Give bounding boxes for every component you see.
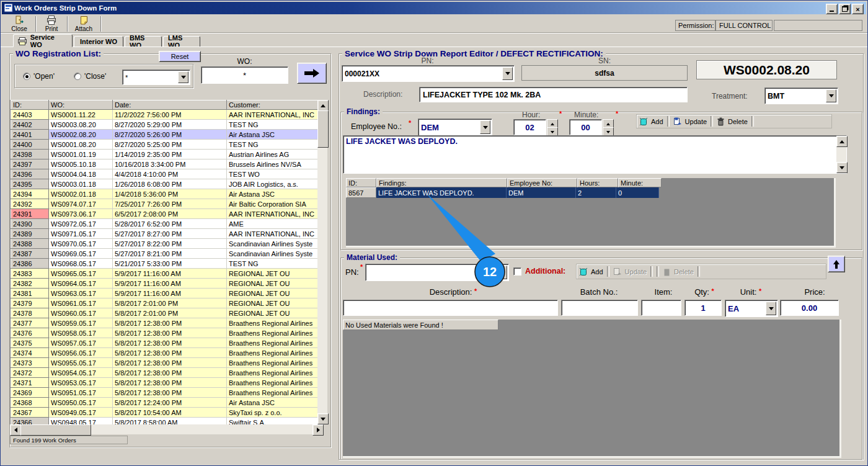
radio-close[interactable] <box>74 73 81 80</box>
customer-filter-dropdown[interactable] <box>178 71 188 83</box>
vscroll-thumb[interactable] <box>317 110 329 148</box>
reset-button[interactable]: Reset <box>159 51 201 62</box>
tab-bms-wo[interactable]: BMS WO <box>125 36 162 47</box>
close-window-button[interactable]: × <box>852 4 864 14</box>
findings-add-button[interactable]: Add <box>639 117 663 126</box>
callout-number: 12 <box>483 265 497 279</box>
employee-no-combo[interactable]: DEM <box>418 119 492 136</box>
table-row[interactable]: 24387WS0969.05.175/27/2017 8:21:00 PMSca… <box>11 249 318 259</box>
table-row[interactable]: 24389WS0971.05.175/27/2017 8:27:00 PMAAR… <box>11 229 318 239</box>
col-id[interactable]: ID: <box>11 101 49 110</box>
findings-update-button[interactable]: Update <box>673 117 707 126</box>
findings-delete-button[interactable]: Delete <box>717 117 748 126</box>
findings-text-scrollbar[interactable] <box>836 136 846 173</box>
cell-date: 5/27/2017 8:22:00 PM <box>113 239 227 249</box>
col-date[interactable]: Date: <box>113 101 227 110</box>
minimize-button[interactable] <box>826 4 838 14</box>
permission-value-box: FULL CONTROL <box>715 20 773 31</box>
wo-filter-input[interactable]: * <box>201 66 288 84</box>
cell-wo: WS0965.05.17 <box>49 269 113 279</box>
triangle-right-icon <box>317 428 322 432</box>
add-icon <box>579 267 588 276</box>
table-row[interactable]: 24372WS0954.05.175/8/2017 12:38:00 PMBra… <box>11 368 318 378</box>
table-row[interactable]: 24394WS0002.01.181/4/2018 5:36:00 PMAir … <box>11 189 318 199</box>
table-row[interactable]: 24398WS0001.01.191/14/2019 2:35:00 PMAus… <box>11 150 318 159</box>
table-row[interactable]: 24382WS0964.05.175/9/2017 11:16:00 AMREG… <box>11 279 318 289</box>
wo-table-vscrollbar[interactable] <box>317 100 327 424</box>
price-input[interactable]: 0.00 <box>780 300 839 316</box>
cell-wo: WS0970.05.17 <box>49 239 113 249</box>
treatment-combo[interactable]: BMT <box>764 87 838 104</box>
table-row[interactable]: 24375WS0957.05.175/8/2017 12:38:00 PMBra… <box>11 338 318 348</box>
close-form-button[interactable]: Close <box>6 16 33 32</box>
radio-open[interactable] <box>23 73 30 80</box>
tab-lms-wo[interactable]: LMS WO <box>163 36 200 47</box>
table-row[interactable]: 24395WS0003.01.181/26/2018 6:08:00 PMJOB… <box>11 179 318 189</box>
material-description-input[interactable] <box>343 300 558 316</box>
unit-combo[interactable]: EA <box>725 300 778 317</box>
scroll-up-button[interactable] <box>836 136 848 147</box>
minute-input[interactable]: 00 <box>569 119 602 135</box>
item-input[interactable] <box>641 300 681 316</box>
scroll-down-button[interactable] <box>836 162 848 173</box>
material-update-button-disabled[interactable]: Update <box>613 267 647 276</box>
scroll-right-button[interactable] <box>312 424 324 436</box>
scroll-down-button[interactable] <box>317 413 329 424</box>
tab-interior-wo[interactable]: Interior WO <box>74 36 123 47</box>
table-row[interactable]: 24397WS0005.10.1810/16/2018 3:34:00 PMBr… <box>11 159 318 169</box>
attach-button[interactable]: Attach <box>69 16 98 32</box>
hour-input[interactable]: 02 <box>513 119 546 135</box>
table-row[interactable]: 24371WS0953.05.175/8/2017 12:38:00 PMBra… <box>11 378 318 388</box>
table-row[interactable]: 24402WS0003.08.208/27/2020 5:29:00 PMTES… <box>11 120 318 130</box>
table-row[interactable]: 24373WS0955.05.175/8/2017 12:38:00 PMBra… <box>11 358 318 368</box>
table-row[interactable]: 24400WS0001.08.208/27/2020 5:25:00 PMTES… <box>11 140 318 150</box>
table-row[interactable]: 24388WS0970.05.175/27/2017 8:22:00 PMSca… <box>11 239 318 249</box>
findings-textarea[interactable]: LIFE JACKET WAS DEPLOYD. <box>343 135 847 174</box>
qty-value: 1 <box>701 303 705 313</box>
table-row[interactable]: 24367WS0949.05.175/8/2017 10:54:00 AMSky… <box>11 408 318 418</box>
batch-no-input[interactable] <box>561 300 638 316</box>
unit-dropdown[interactable] <box>766 302 776 315</box>
pn-dropdown[interactable] <box>502 67 513 80</box>
pn-combo[interactable]: 000021XX <box>342 65 515 82</box>
chevron-down-icon <box>769 307 774 313</box>
wo-table-hscrollbar[interactable] <box>10 424 324 434</box>
table-row[interactable]: 24377WS0959.05.175/8/2017 12:38:00 PMBra… <box>11 318 318 328</box>
customer-filter-combo[interactable]: * <box>122 69 190 85</box>
table-row[interactable]: 24368WS0950.05.175/8/2017 12:24:00 PMAir… <box>11 398 318 408</box>
description-field[interactable]: LIFEJACKET TYPE 102 Mk. 2BA <box>419 87 688 102</box>
col-wo[interactable]: WO: <box>49 101 113 110</box>
table-row[interactable]: 24403WS0001.11.2211/2/2022 7:56:00 PMAAR… <box>11 110 318 120</box>
table-row[interactable]: 24391WS0973.06.176/5/2017 2:08:00 PMAAR … <box>11 209 318 219</box>
material-add-button[interactable]: Add <box>579 267 603 276</box>
tab-service-wo[interactable]: Service WO <box>13 34 73 47</box>
employee-no-dropdown[interactable] <box>480 120 490 134</box>
table-row[interactable]: 24376WS0958.05.175/8/2017 12:38:00 PMBra… <box>11 328 318 338</box>
scroll-up-button[interactable] <box>317 100 329 111</box>
col-customer[interactable]: Customer: <box>227 101 318 110</box>
treatment-dropdown[interactable] <box>826 89 836 102</box>
print-button[interactable]: Print <box>38 16 65 32</box>
table-row[interactable]: 24366WS0948.05.175/8/2017 8:58:00 AMSwif… <box>11 418 318 425</box>
table-row[interactable]: 24374WS0956.05.175/8/2017 12:38:00 PMBra… <box>11 348 318 358</box>
close-form-label: Close <box>11 25 27 32</box>
table-row[interactable]: 24392WS0974.07.177/25/2017 7:26:00 PMAir… <box>11 199 318 209</box>
table-row[interactable]: 24386WS0968.05.175/21/2017 5:33:00 PMTES… <box>11 259 318 269</box>
hscroll-thumb[interactable] <box>20 424 91 436</box>
scroll-left-button[interactable] <box>10 424 21 436</box>
table-row[interactable]: 24396WS0004.04.184/4/2018 4:10:00 PMTEST… <box>11 169 318 179</box>
search-go-button[interactable] <box>297 63 327 84</box>
cell-customer: Braathens Regional Airlines <box>227 348 318 358</box>
restore-button[interactable] <box>839 4 851 14</box>
table-row[interactable]: 24369WS0951.05.175/8/2017 12:38:00 PMBra… <box>11 388 318 398</box>
table-row[interactable]: 24378WS0960.05.175/8/2017 2:01:00 PMREGI… <box>11 308 318 318</box>
cell-id: 24390 <box>11 219 49 229</box>
table-row[interactable]: 24383WS0965.05.175/9/2017 11:16:00 AMREG… <box>11 269 318 279</box>
table-row[interactable]: 24390WS0972.05.175/28/2017 6:52:00 PMAME <box>11 219 318 229</box>
table-row[interactable]: 24401WS0002.08.208/27/2020 5:26:00 PMAir… <box>11 130 318 140</box>
qty-input[interactable]: 1 <box>684 300 722 316</box>
collapse-up-button[interactable] <box>828 256 845 272</box>
table-row[interactable]: 24381WS0963.05.175/9/2017 11:16:00 AMREG… <box>11 289 318 298</box>
material-delete-button-disabled[interactable]: Delete <box>663 267 694 276</box>
table-row[interactable]: 24379WS0961.05.175/8/2017 2:01:00 PMREGI… <box>11 298 318 308</box>
